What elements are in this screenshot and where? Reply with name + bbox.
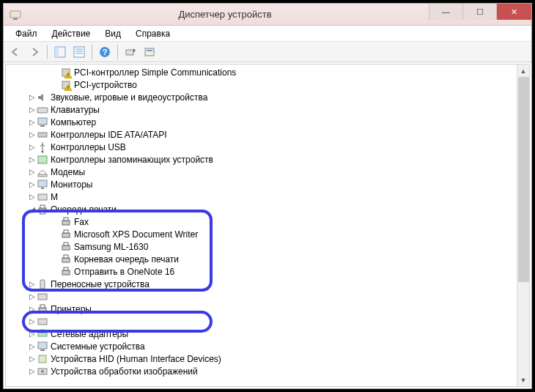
tree-item-label: Отправить в OneNote 16 [74, 267, 174, 277]
tree-item-imaging[interactable]: ▷ Устройства обработки изображений [6, 365, 517, 377]
tree-item-label: Samsung ML-1630 [74, 242, 148, 252]
svg-rect-39 [64, 255, 68, 258]
maximize-button[interactable]: ☐ [462, 4, 496, 20]
device-manager-window: Диспетчер устройств — ☐ ✕ Файл Действие … [3, 3, 532, 389]
portable-icon [37, 278, 48, 290]
ide-icon [37, 129, 48, 141]
expand-icon[interactable]: ▷ [28, 155, 37, 163]
svg-rect-44 [39, 308, 46, 312]
device-icon [37, 291, 48, 303]
expand-icon[interactable]: ▷ [28, 292, 37, 300]
svg-rect-40 [62, 270, 70, 275]
printer-icon [37, 204, 48, 215]
forward-button[interactable] [26, 43, 43, 61]
tree-item-print-queues[interactable]: ◢ Очереди печати [6, 203, 517, 215]
svg-text:?: ? [103, 48, 108, 56]
help-button[interactable]: ? [96, 43, 114, 61]
device-tree[interactable]: ! PCI-контроллер Simple Communications !… [6, 64, 517, 386]
svg-rect-45 [40, 305, 45, 308]
tree-item-printers[interactable]: ▷ Принтеры [6, 303, 517, 315]
svg-rect-21 [40, 125, 45, 127]
tree-item-obscured[interactable]: ▷ М [6, 191, 517, 203]
tree-item-ide-ata[interactable]: ▷ Контроллеры IDE ATA/ATAPI [6, 128, 517, 141]
svg-rect-22 [38, 133, 47, 137]
printer-icon [37, 303, 48, 315]
tree-item-obscured2[interactable]: ▷ [6, 290, 517, 303]
expand-icon[interactable]: ▷ [28, 317, 37, 325]
expand-icon[interactable]: ▷ [28, 93, 37, 101]
svg-rect-28 [38, 194, 47, 200]
menubar: Файл Действие Вид Справка [4, 26, 531, 42]
expand-icon[interactable]: ▷ [28, 342, 37, 350]
expand-icon[interactable]: ▷ [28, 106, 37, 114]
uninstall-button[interactable] [141, 43, 158, 61]
minimize-button[interactable]: — [429, 4, 462, 20]
tree-item-onenote[interactable]: Отправить в OneNote 16 [6, 265, 517, 278]
app-icon [10, 9, 21, 21]
back-button[interactable] [7, 43, 24, 61]
scroll-thumb[interactable] [518, 77, 529, 282]
tree-item-computer[interactable]: ▷ Компьютер [6, 116, 517, 128]
expand-icon[interactable]: ▷ [28, 330, 37, 338]
collapse-icon[interactable]: ◢ [28, 205, 37, 213]
expand-icon[interactable]: ▷ [28, 118, 37, 126]
expand-icon[interactable]: ▷ [28, 180, 37, 188]
svg-rect-32 [62, 221, 70, 225]
svg-point-23 [42, 150, 44, 152]
svg-rect-37 [64, 243, 68, 245]
expand-icon[interactable]: ▷ [28, 168, 37, 176]
tree-item-label: Компьютер [51, 117, 96, 127]
tree-item-label: Контроллеры IDE ATA/ATAPI [51, 130, 167, 140]
usb-icon [37, 141, 48, 153]
close-button[interactable]: ✕ [496, 4, 531, 20]
tree-item-keyboards[interactable]: ▷ Клавиатуры [6, 103, 517, 116]
tree-item-pci-simple[interactable]: ! PCI-контроллер Simple Communications [6, 66, 517, 78]
menu-view[interactable]: Вид [97, 27, 128, 40]
expand-icon[interactable]: ▷ [28, 193, 37, 201]
expand-icon[interactable]: ▷ [28, 355, 37, 363]
titlebar[interactable]: Диспетчер устройств — ☐ ✕ [4, 4, 531, 26]
tree-item-network[interactable]: ▷ Сетевые адаптеры [6, 328, 517, 340]
tree-item-root-queue[interactable]: Корневая очередь печати [6, 253, 517, 265]
svg-rect-43 [38, 294, 47, 300]
scroll-down-button[interactable]: ▼ [517, 374, 529, 386]
show-hide-tree-button[interactable] [51, 43, 69, 61]
imaging-icon [37, 366, 48, 377]
expand-icon[interactable]: ▷ [28, 367, 37, 375]
tree-item-label: Устройства обработки изображений [51, 366, 198, 377]
tree-item-system[interactable]: ▷ Системные устройства [6, 340, 517, 352]
vertical-scrollbar[interactable]: ▲ ▼ [517, 64, 529, 386]
tree-item-label: Клавиатуры [51, 105, 100, 115]
tree-item-pci-device[interactable]: ! PCI-устройство [6, 78, 517, 91]
printer-icon [60, 216, 72, 228]
hid-icon [37, 353, 48, 365]
tree-item-fax[interactable]: Fax [6, 215, 517, 228]
tree-item-monitors[interactable]: ▷ Мониторы [6, 178, 517, 191]
tree-item-modems[interactable]: ▷ Модемы [6, 166, 517, 178]
scan-hardware-button[interactable] [122, 43, 139, 61]
printer-icon [60, 241, 72, 253]
speaker-icon [37, 92, 48, 103]
scroll-up-button[interactable]: ▲ [517, 64, 529, 77]
expand-icon[interactable]: ▷ [28, 143, 37, 151]
expand-icon[interactable]: ▷ [28, 305, 37, 313]
window-title: Диспетчер устройств [21, 9, 429, 20]
expand-icon[interactable]: ▷ [28, 280, 37, 288]
svg-rect-0 [10, 11, 21, 18]
tree-item-obscured3[interactable]: ▷ [6, 315, 517, 328]
tree-item-xps-writer[interactable]: Microsoft XPS Document Writer [6, 228, 517, 240]
tree-item-sound[interactable]: ▷ Звуковые, игровые и видеоустройства [6, 91, 517, 103]
tree-item-hid[interactable]: ▷ Устройства HID (Human Interface Device… [6, 352, 517, 365]
menu-file[interactable]: Файл [8, 27, 45, 40]
expand-icon[interactable]: ▷ [28, 130, 37, 138]
tree-item-storage[interactable]: ▷ Контроллеры запоминающих устройств [6, 153, 517, 166]
separator [117, 45, 118, 59]
menu-help[interactable]: Справка [128, 27, 177, 40]
menu-action[interactable]: Действие [45, 27, 98, 40]
properties-button[interactable] [70, 43, 88, 61]
tree-item-label: Модемы [51, 167, 85, 177]
monitor-icon [37, 179, 48, 191]
tree-item-samsung[interactable]: Samsung ML-1630 [6, 240, 517, 253]
tree-item-portable[interactable]: ▷ Переносные устройства [6, 278, 517, 290]
tree-item-usb[interactable]: ▷ Контроллеры USB [6, 141, 517, 153]
